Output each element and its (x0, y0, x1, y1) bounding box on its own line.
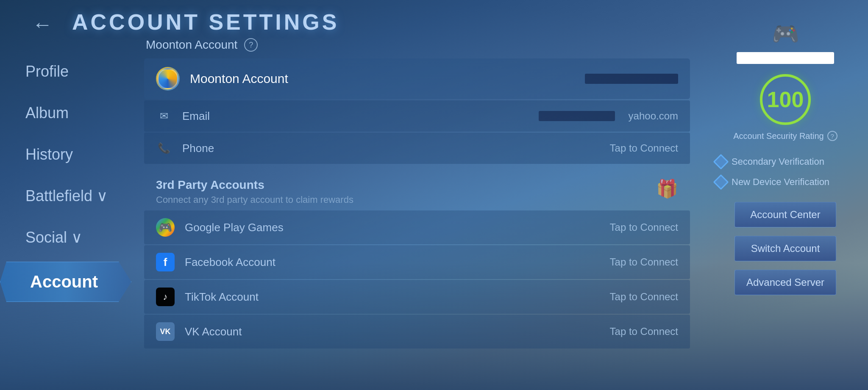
sidebar-label-album: Album (25, 104, 69, 122)
sidebar-label-account: Account (30, 272, 98, 291)
phone-icon: 📞 (156, 140, 172, 156)
gift-icon: 🎁 (656, 178, 678, 199)
phone-row[interactable]: 📞 Phone Tap to Connect (144, 133, 690, 164)
security-help-icon[interactable]: ? (827, 131, 837, 141)
moonton-logo-inner (157, 68, 178, 89)
main-content: Moonton Account ? Moonton Account ✉ Emai… (144, 38, 690, 377)
advanced-server-button[interactable]: Advanced Server (734, 270, 836, 295)
moonton-help-icon[interactable]: ? (244, 38, 258, 52)
phone-label: Phone (182, 142, 600, 155)
tiktok-icon: ♪ (156, 288, 175, 306)
sidebar-label-battlefield: Battlefield ∨ (25, 187, 108, 205)
moonton-logo (156, 67, 180, 91)
phone-tap-connect: Tap to Connect (610, 142, 678, 154)
sidebar-item-battlefield[interactable]: Battlefield ∨ (0, 175, 144, 217)
sidebar-item-account[interactable]: Account (0, 262, 131, 302)
sidebar-item-profile[interactable]: Profile (0, 51, 144, 92)
third-party-text: 3rd Party Accounts Connect any 3rd party… (156, 178, 656, 205)
moonton-account-name: Moonton Account (190, 72, 575, 86)
new-device-verification-item[interactable]: New Device Verification (703, 173, 868, 191)
facebook-name: Facebook Account (185, 256, 600, 269)
secondary-verification-item[interactable]: Secondary Verification (703, 153, 868, 171)
moonton-section-header: Moonton Account ? (144, 38, 690, 52)
security-label: Account Security Rating ? (733, 131, 837, 141)
email-value: yahoo.com (629, 110, 678, 122)
facebook-icon: f (156, 253, 175, 271)
email-row[interactable]: ✉ Email yahoo.com (144, 100, 690, 132)
vk-tap-connect: Tap to Connect (610, 326, 678, 337)
vk-name: VK Account (185, 325, 600, 338)
sidebar-item-history[interactable]: History (0, 134, 144, 175)
facebook-tap-connect: Tap to Connect (610, 256, 678, 268)
google-icon: 🎮 (156, 218, 175, 237)
sidebar-label-profile: Profile (25, 63, 69, 80)
third-party-subtitle: Connect any 3rd party account to claim r… (156, 194, 656, 205)
content-scroll[interactable]: Moonton Account ? Moonton Account ✉ Emai… (144, 38, 690, 377)
security-number: 100 (767, 87, 804, 112)
vk-row[interactable]: VK VK Account Tap to Connect (144, 315, 690, 349)
third-party-header: 3rd Party Accounts Connect any 3rd party… (144, 168, 690, 210)
email-icon: ✉ (156, 108, 172, 124)
right-panel: 🎮 100 Account Security Rating ? Secondar… (703, 0, 868, 390)
google-play-row[interactable]: 🎮 Google Play Games Tap to Connect (144, 210, 690, 244)
tiktok-row[interactable]: ♪ TikTok Account Tap to Connect (144, 280, 690, 314)
email-label: Email (182, 110, 529, 123)
username-redacted (585, 74, 678, 84)
sidebar: Profile Album History Battlefield ∨ Soci… (0, 0, 144, 390)
gamepad-icon: 🎮 (772, 21, 799, 47)
switch-account-button[interactable]: Switch Account (734, 236, 836, 261)
secondary-verification-label: Secondary Verification (732, 156, 824, 167)
facebook-row[interactable]: f Facebook Account Tap to Connect (144, 245, 690, 279)
vk-icon: VK (156, 322, 175, 341)
sidebar-item-album[interactable]: Album (0, 92, 144, 134)
third-party-section: 3rd Party Accounts Connect any 3rd party… (144, 168, 690, 349)
action-buttons: Account Center Switch Account Advanced S… (734, 202, 836, 299)
tiktok-name: TikTok Account (185, 290, 600, 304)
tiktok-tap-connect: Tap to Connect (610, 291, 678, 303)
security-circle: 100 (760, 74, 811, 125)
email-redacted (539, 111, 615, 121)
google-tap-connect: Tap to Connect (610, 221, 678, 233)
sidebar-label-history: History (25, 146, 73, 163)
moonton-account-card: Moonton Account (144, 58, 690, 99)
new-device-verification-label: New Device Verification (732, 177, 829, 188)
google-play-name: Google Play Games (185, 221, 600, 234)
account-center-button[interactable]: Account Center (734, 202, 836, 227)
sidebar-item-social[interactable]: Social ∨ (0, 217, 144, 258)
third-party-title: 3rd Party Accounts (156, 178, 656, 192)
new-device-verification-icon (713, 174, 729, 190)
sidebar-label-social: Social ∨ (25, 229, 82, 246)
security-label-text: Account Security Rating (733, 131, 823, 141)
moonton-section-title: Moonton Account (146, 38, 237, 52)
right-username-bar (737, 52, 834, 64)
secondary-verification-icon (713, 154, 729, 170)
